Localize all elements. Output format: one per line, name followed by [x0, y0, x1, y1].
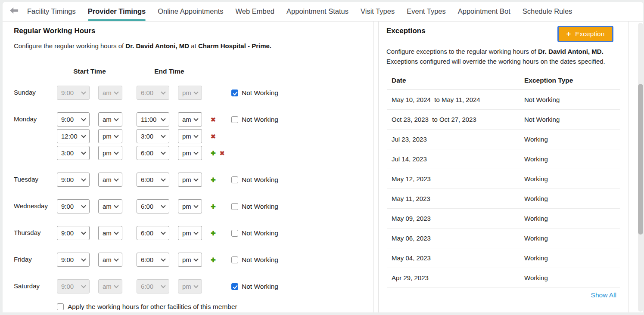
tab-bar: Facility TimingsProvider TimingsOnline A…: [27, 2, 572, 21]
start-meridiem-select[interactable]: am: [98, 253, 122, 267]
not-working-toggle: Not Working: [231, 176, 278, 184]
start-meridiem-select[interactable]: pm: [98, 146, 122, 160]
chevron-down-icon: [193, 133, 198, 138]
start-meridiem-select[interactable]: am: [98, 199, 122, 213]
start-meridiem-select[interactable]: am: [98, 173, 122, 187]
end-meridiem-select[interactable]: pm: [178, 173, 202, 187]
tab-visit-types[interactable]: Visit Types: [361, 2, 395, 21]
day-label: Wednesday: [14, 199, 57, 213]
exception-row: Jul 23, 2023Working: [387, 130, 620, 149]
end-time-select[interactable]: 6:00: [137, 253, 169, 267]
slot-actions: ✚: [211, 204, 216, 210]
day-row: Tuesday9:00am6:00pm✚Not Working: [14, 173, 373, 187]
end-time-select[interactable]: 6:00: [137, 226, 169, 240]
tab-provider-timings[interactable]: Provider Timings: [88, 2, 146, 21]
chevron-down-icon: [81, 283, 86, 288]
day-label: Saturday: [14, 279, 57, 293]
not-working-checkbox[interactable]: [231, 203, 238, 210]
day-row: Sunday9:00am6:00pmNot Working: [14, 86, 373, 100]
time-slot-row: 9:00am6:00pm✚: [57, 199, 216, 213]
chevron-down-icon: [81, 116, 86, 121]
end-time-select[interactable]: 6:00: [137, 146, 169, 160]
exceptions-description: Configure exceptions to the regular work…: [386, 46, 609, 66]
exception-row: May 04, 2023Working: [387, 248, 620, 268]
start-time-header: Start Time: [57, 68, 122, 75]
end-time-select[interactable]: 3:00: [137, 129, 169, 143]
start-time-select[interactable]: 9:00: [57, 173, 90, 187]
not-working-label: Not Working: [242, 176, 278, 184]
add-slot-icon[interactable]: ✚: [211, 230, 216, 236]
tab-online-appointments[interactable]: Online Appointments: [158, 2, 223, 21]
end-meridiem-select[interactable]: pm: [178, 129, 202, 143]
end-meridiem-select[interactable]: pm: [178, 253, 202, 267]
not-working-label: Not Working: [242, 229, 278, 237]
exception-row: Oct 23, 2023 to Oct 27, 2023Not Working: [387, 110, 620, 130]
not-working-toggle: Not Working: [231, 116, 278, 124]
not-working-checkbox[interactable]: [231, 176, 238, 183]
add-slot-icon[interactable]: ✚: [211, 177, 216, 183]
chevron-down-icon: [114, 176, 118, 181]
end-time-select[interactable]: 6:00: [137, 199, 169, 213]
exception-row: Apr 29, 2023Working: [387, 268, 620, 288]
not-working-checkbox[interactable]: [231, 230, 238, 237]
time-slot-row: 9:00am6:00pm: [57, 279, 211, 293]
not-working-checkbox[interactable]: [231, 116, 238, 123]
tab-web-embed[interactable]: Web Embed: [236, 2, 275, 21]
exception-type: Working: [524, 155, 620, 163]
vertical-scrollbar-track[interactable]: [638, 23, 643, 312]
exception-row: May 12, 2023Working: [387, 169, 620, 189]
chevron-down-icon: [114, 230, 118, 235]
date-column-header: Date: [392, 77, 524, 84]
end-time-select[interactable]: 6:00: [137, 173, 169, 187]
add-exception-button[interactable]: + Exception: [557, 26, 613, 42]
end-meridiem-select[interactable]: pm: [178, 199, 202, 213]
chevron-down-icon: [193, 256, 198, 261]
start-time-select[interactable]: 9:00: [57, 199, 90, 213]
add-slot-icon[interactable]: ✚: [211, 257, 216, 263]
exception-type: Working: [524, 136, 620, 143]
end-meridiem-select[interactable]: am: [178, 112, 202, 127]
tab-schedule-rules[interactable]: Schedule Rules: [523, 2, 572, 21]
start-meridiem-select[interactable]: pm: [98, 129, 122, 143]
tab-event-types[interactable]: Event Types: [407, 2, 446, 21]
remove-slot-icon[interactable]: ✖: [211, 117, 216, 123]
start-time-select[interactable]: 9:00: [57, 253, 90, 267]
end-time-select[interactable]: 11:00: [137, 112, 169, 127]
start-time-select[interactable]: 9:00: [57, 112, 90, 127]
vertical-scrollbar-thumb[interactable]: [638, 84, 643, 235]
start-meridiem-select: am: [98, 86, 122, 100]
slot-actions: ✚✖: [211, 150, 224, 156]
remove-slot-icon[interactable]: ✖: [211, 133, 216, 139]
remove-slot-icon[interactable]: ✖: [220, 150, 225, 156]
add-slot-icon[interactable]: ✚: [211, 204, 216, 210]
add-slot-icon[interactable]: ✚: [211, 150, 216, 156]
slot-actions: ✚: [211, 230, 216, 236]
not-working-checkbox[interactable]: [231, 283, 238, 290]
start-meridiem-select[interactable]: am: [98, 112, 122, 127]
not-working-checkbox[interactable]: [231, 256, 238, 263]
tab-facility-timings[interactable]: Facility Timings: [27, 2, 76, 21]
start-time-select[interactable]: 12:00: [57, 129, 90, 143]
chevron-down-icon: [114, 133, 118, 138]
start-time-select[interactable]: 9:00: [57, 226, 90, 240]
time-slot-row: 9:00am6:00pm: [57, 86, 211, 100]
tab-appointment-status[interactable]: Appointment Status: [286, 2, 348, 21]
day-label: Friday: [14, 253, 57, 267]
end-meridiem-select[interactable]: pm: [178, 146, 202, 160]
show-all-link[interactable]: Show All: [591, 291, 616, 299]
app-window: Facility TimingsProvider TimingsOnline A…: [3, 2, 643, 312]
chevron-down-icon: [114, 256, 118, 261]
exception-date: May 10, 2024 to May 11, 2024: [392, 96, 524, 103]
day-row: Monday9:00am11:00am✖12:00pm3:00pm✖3:00pm…: [14, 112, 373, 160]
time-slots: 9:00am6:00pm✚: [57, 226, 216, 240]
start-meridiem-select[interactable]: am: [98, 226, 122, 240]
tab-appointment-bot[interactable]: Appointment Bot: [458, 2, 510, 21]
exception-date: Apr 29, 2023: [392, 274, 524, 281]
not-working-checkbox[interactable]: [231, 90, 238, 96]
back-button[interactable]: [9, 6, 20, 17]
start-time-select[interactable]: 3:00: [57, 146, 90, 160]
apply-other-facilities-checkbox[interactable]: [57, 303, 64, 310]
not-working-toggle: Not Working: [231, 229, 278, 237]
time-slot-row: 9:00am6:00pm✚: [57, 226, 216, 240]
end-meridiem-select[interactable]: pm: [178, 226, 202, 240]
